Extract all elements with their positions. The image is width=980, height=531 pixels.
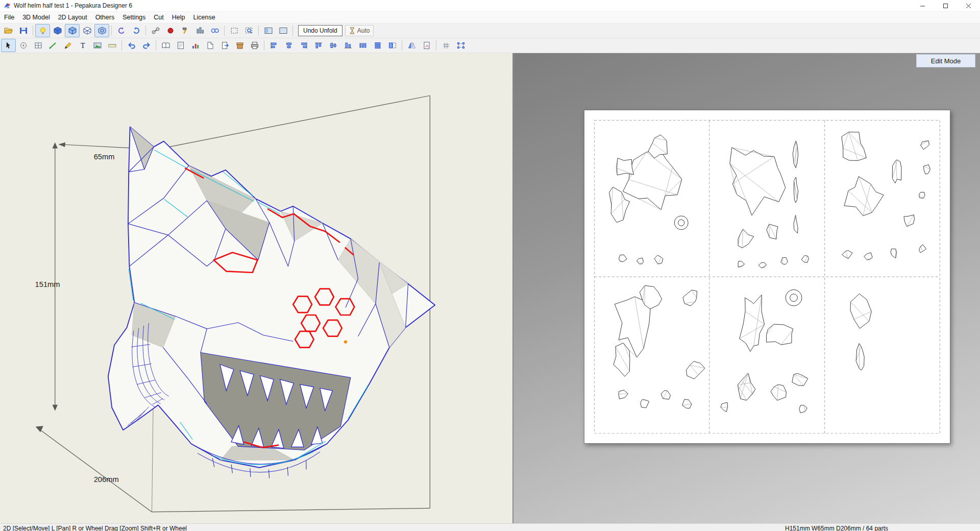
maximize-button[interactable] — [934, 0, 957, 11]
select-area-icon[interactable] — [227, 24, 241, 37]
page-icon[interactable] — [203, 39, 217, 52]
menu-2d-layout[interactable]: 2D Layout — [54, 12, 91, 22]
ruler-icon[interactable] — [105, 39, 119, 52]
page-export-icon[interactable] — [217, 39, 232, 52]
edit-mode-button[interactable]: Edit Mode — [916, 54, 975, 67]
link-view-icon[interactable] — [207, 24, 222, 37]
group-handles-icon[interactable] — [453, 39, 468, 52]
solid-view-icon[interactable] — [50, 24, 65, 37]
toolbar-row-2: T A — [0, 38, 980, 53]
page-a-icon[interactable]: A — [419, 39, 434, 52]
layout-page[interactable] — [584, 110, 950, 444]
hourglass-icon — [349, 27, 355, 34]
menu-file[interactable]: File — [0, 12, 18, 22]
redo-icon[interactable] — [139, 39, 154, 52]
orbit-right-icon[interactable] — [129, 24, 143, 37]
auto-unfold-control[interactable]: Auto — [345, 25, 374, 36]
align-bottom-icon[interactable] — [340, 39, 355, 52]
undo-icon[interactable] — [124, 39, 139, 52]
save-icon[interactable] — [16, 24, 31, 37]
align-left-icon[interactable] — [266, 39, 281, 52]
same-size-icon[interactable] — [385, 39, 400, 52]
app-icon — [3, 2, 11, 10]
viewport-3d[interactable]: 65mm 151mm 206mm — [0, 53, 513, 523]
viewport-2d[interactable]: Edit Mode — [513, 53, 980, 523]
dim-height-label: 151mm — [35, 280, 60, 288]
minimize-button[interactable] — [911, 0, 934, 11]
main-area: 65mm 151mm 206mm — [0, 53, 980, 523]
select-move-icon[interactable] — [1, 39, 16, 52]
layout-page-canvas — [584, 110, 950, 443]
menu-help[interactable]: Help — [168, 12, 189, 22]
distribute-v-icon[interactable] — [370, 39, 385, 52]
axis-tool-icon[interactable] — [178, 24, 192, 37]
dim-depth-label: 206mm — [94, 475, 119, 484]
status-hint: 2D [Select/Move] L [Pan] R or Wheel Drag… — [3, 525, 187, 531]
dim-width-label: 65mm — [94, 153, 115, 161]
auto-label: Auto — [357, 27, 370, 34]
menu-bar: File 3D Model 2D Layout Others Settings … — [0, 12, 980, 23]
package-icon[interactable] — [232, 39, 247, 52]
menu-license[interactable]: License — [189, 12, 219, 22]
measure-columns-icon[interactable] — [192, 24, 207, 37]
layout-both-icon[interactable] — [261, 24, 276, 37]
distribute-h-icon[interactable] — [355, 39, 370, 52]
zoom-area-icon[interactable] — [241, 24, 256, 37]
light-toggle-icon[interactable] — [35, 24, 50, 37]
check-model-icon[interactable] — [163, 24, 178, 37]
divide-face-icon[interactable] — [31, 39, 45, 52]
model-3d-canvas: 65mm 151mm 206mm — [0, 53, 512, 523]
orange-mark — [344, 341, 347, 344]
status-model-info: H151mm W65mm D206mm / 64 parts — [785, 525, 888, 531]
disc-icon[interactable] — [16, 39, 31, 52]
open-icon[interactable] — [1, 24, 16, 37]
svg-text:T: T — [81, 42, 85, 50]
align-right-icon[interactable] — [296, 39, 311, 52]
menu-3d-model[interactable]: 3D Model — [18, 12, 54, 22]
close-button[interactable] — [957, 0, 980, 11]
book-icon[interactable] — [158, 39, 173, 52]
menu-others[interactable]: Others — [91, 12, 119, 22]
draw-line-icon[interactable] — [45, 39, 60, 52]
pencil-icon[interactable] — [60, 39, 75, 52]
shaded-view-icon[interactable] — [65, 24, 80, 37]
toolbar-row-1: Undo Unfold Auto — [0, 23, 980, 38]
layout-2d-icon[interactable] — [276, 24, 290, 37]
pattern-page-icon[interactable] — [173, 39, 188, 52]
orbit-left-icon[interactable] — [114, 24, 129, 37]
align-top-icon[interactable] — [311, 39, 326, 52]
window-title: Wolf helm half test 1 - Pepakura Designe… — [14, 2, 132, 9]
svg-text:A: A — [425, 43, 428, 49]
wolf-helm-model[interactable] — [108, 127, 435, 478]
joint-edit-icon[interactable] — [148, 24, 163, 37]
transparent-view-icon[interactable] — [94, 24, 109, 37]
unfolded-parts[interactable] — [609, 132, 930, 413]
align-center-h-icon[interactable] — [281, 39, 296, 52]
align-middle-icon[interactable] — [326, 39, 340, 52]
image-tool-icon[interactable] — [90, 39, 105, 52]
title-bar: Wolf helm half test 1 - Pepakura Designe… — [0, 0, 980, 12]
text-tool-icon[interactable]: T — [75, 39, 90, 52]
menu-settings[interactable]: Settings — [118, 12, 150, 22]
snap-grid-icon[interactable] — [438, 39, 453, 52]
undo-unfold-button[interactable]: Undo Unfold — [298, 25, 342, 36]
wireframe-view-icon[interactable] — [80, 24, 94, 37]
chart-icon[interactable] — [188, 39, 203, 52]
flip-icon[interactable] — [404, 39, 419, 52]
print-icon[interactable] — [247, 39, 262, 52]
status-bar: 2D [Select/Move] L [Pan] R or Wheel Drag… — [0, 523, 980, 531]
menu-cut[interactable]: Cut — [150, 12, 167, 22]
